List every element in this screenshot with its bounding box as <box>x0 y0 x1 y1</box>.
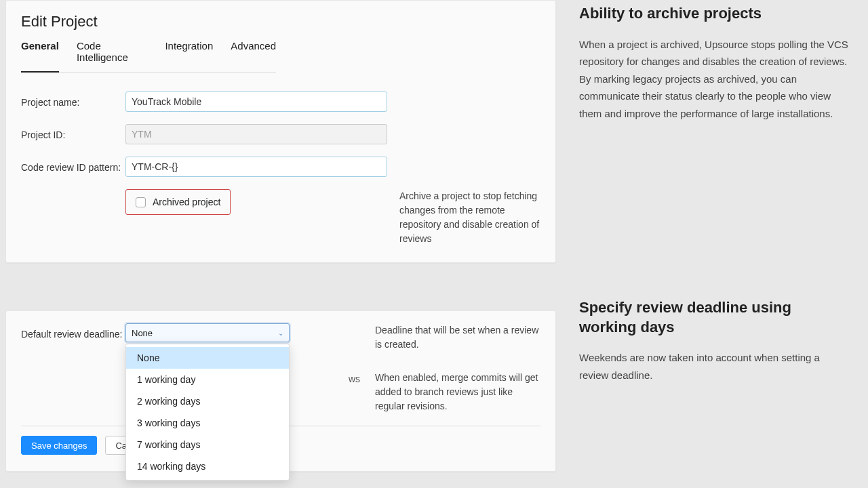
deadline-selected-value: None <box>132 328 153 338</box>
deadline-option[interactable]: 3 working days <box>126 412 289 434</box>
page-title: Edit Project <box>21 13 540 30</box>
edit-project-panel: Edit Project General Code Intelligence I… <box>5 0 556 263</box>
partial-text: ws <box>349 373 360 384</box>
project-name-label: Project name: <box>21 92 125 110</box>
deadline-option[interactable]: 1 working day <box>126 369 289 390</box>
chevron-down-icon: ⌄ <box>278 329 283 337</box>
deadline-select[interactable]: None ⌄ <box>125 323 290 342</box>
deadline-option[interactable]: 7 working days <box>126 434 289 455</box>
side-heading-deadline: Specify review deadline using working da… <box>579 298 849 337</box>
tab-code-intelligence[interactable]: Code Intelligence <box>77 40 148 73</box>
deadline-panel: Default review deadline: None ⌄ None 1 w… <box>5 310 556 472</box>
archived-checkbox[interactable] <box>136 197 146 207</box>
archived-checkbox-label: Archived project <box>153 197 220 207</box>
review-pattern-input[interactable] <box>125 157 387 177</box>
save-button[interactable]: Save changes <box>21 436 97 455</box>
project-tabs: General Code Intelligence Integration Ad… <box>21 40 276 73</box>
side-body-deadline: Weekends are now taken into account when… <box>579 349 849 384</box>
archived-checkbox-wrap[interactable]: Archived project <box>125 189 231 215</box>
tab-general[interactable]: General <box>21 40 59 73</box>
archived-help-text: Archive a project to stop fetching chang… <box>387 189 540 246</box>
deadline-option[interactable]: 2 working days <box>126 390 289 412</box>
deadline-label: Default review deadline: <box>21 323 125 342</box>
deadline-dropdown: None 1 working day 2 working days 3 work… <box>125 344 290 481</box>
deadline-option[interactable]: None <box>126 347 289 369</box>
review-pattern-label: Code review ID pattern: <box>21 157 125 175</box>
deadline-option[interactable]: 14 working days <box>126 455 289 477</box>
deadline-help-1: Deadline that will be set when a review … <box>375 323 540 352</box>
side-body-archive: When a project is archived, Upsource sto… <box>579 36 849 123</box>
project-id-input <box>125 124 387 144</box>
side-heading-archive: Ability to archive projects <box>579 4 849 24</box>
deadline-help-2: When enabled, merge commits will get add… <box>375 371 540 413</box>
project-id-label: Project ID: <box>21 124 125 142</box>
tab-advanced[interactable]: Advanced <box>231 40 276 73</box>
project-name-input[interactable] <box>125 92 387 112</box>
tab-integration[interactable]: Integration <box>165 40 213 73</box>
